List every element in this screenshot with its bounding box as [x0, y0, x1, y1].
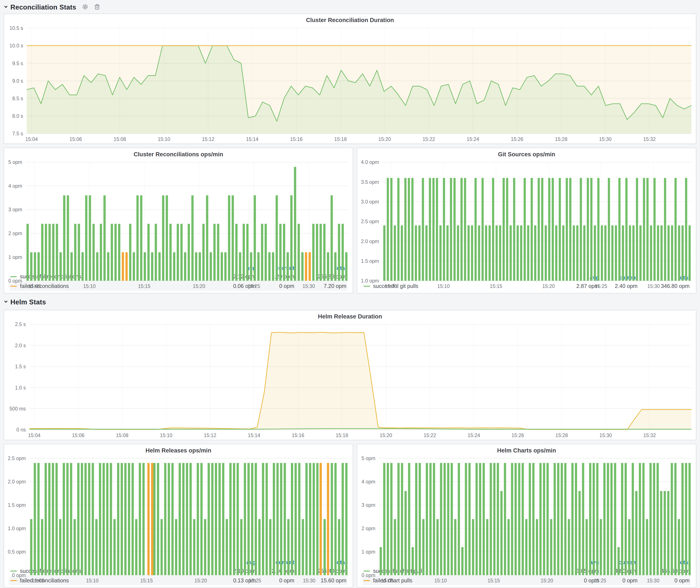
panel-cluster-reconciliations-opm: Cluster Reconciliations ops/min 0 opm1 o… — [4, 148, 353, 294]
svg-text:2.5 opm: 2.5 opm — [361, 219, 379, 224]
svg-text:15:14: 15:14 — [248, 433, 260, 438]
svg-text:5 opm: 5 opm — [361, 456, 375, 461]
svg-text:2 opm: 2 opm — [8, 231, 22, 236]
gear-icon[interactable] — [82, 4, 88, 10]
svg-text:15:18: 15:18 — [334, 136, 347, 142]
svg-text:8.0 s: 8.0 s — [12, 113, 23, 119]
svg-text:15:15: 15:15 — [490, 283, 502, 289]
svg-text:1.5 opm: 1.5 opm — [361, 258, 379, 264]
svg-text:1.0 opm: 1.0 opm — [8, 526, 26, 531]
panel-title[interactable]: Git Sources ops/min — [357, 148, 696, 158]
svg-text:15:12: 15:12 — [204, 433, 216, 438]
svg-text:15:05: 15:05 — [28, 283, 41, 289]
svg-text:15:15: 15:15 — [140, 578, 153, 583]
svg-text:4 opm: 4 opm — [8, 183, 22, 189]
svg-text:0 opm: 0 opm — [12, 572, 26, 578]
svg-text:15:10: 15:10 — [437, 283, 450, 289]
svg-text:15:12: 15:12 — [202, 136, 215, 142]
svg-text:9.5 s: 9.5 s — [12, 61, 23, 66]
chart-svg: 1.0 opm1.5 opm2.0 opm2.5 opm3.0 opm3.5 o… — [357, 158, 696, 291]
svg-text:2.5 s: 2.5 s — [15, 321, 26, 327]
svg-text:2 opm: 2 opm — [361, 526, 375, 531]
helm-charts-chart[interactable]: 0 opm1 opm2 opm3 opm4 opm5 opm15:0515:10… — [357, 455, 696, 558]
panel-title[interactable]: Helm Release Duration — [4, 310, 696, 321]
svg-text:15:08: 15:08 — [116, 433, 129, 438]
svg-text:15:22: 15:22 — [423, 136, 435, 142]
svg-text:4 opm: 4 opm — [361, 479, 375, 485]
svg-text:15:05: 15:05 — [385, 283, 397, 289]
section-header-helm-stats[interactable]: Helm Stats — [4, 293, 696, 310]
svg-text:1.5 opm: 1.5 opm — [8, 502, 26, 508]
svg-text:500 ms: 500 ms — [10, 406, 26, 412]
svg-text:15:15: 15:15 — [138, 283, 151, 289]
svg-text:15:25: 15:25 — [595, 283, 607, 289]
svg-text:15:18: 15:18 — [336, 433, 348, 438]
svg-text:15:06: 15:06 — [72, 433, 85, 438]
svg-text:15:30: 15:30 — [599, 136, 612, 142]
svg-text:15:30: 15:30 — [647, 283, 660, 289]
svg-text:1.5 s: 1.5 s — [15, 364, 26, 369]
svg-text:15:10: 15:10 — [158, 136, 170, 142]
dashboard: Reconciliation Stats Cluster Reconciliat… — [0, 0, 700, 588]
panel-helm-release-duration: Helm Release Duration 0 ns500 ms1.0 s1.5… — [4, 310, 696, 440]
svg-text:2.0 opm: 2.0 opm — [361, 239, 379, 244]
svg-text:1.0 s: 1.0 s — [15, 385, 26, 391]
panel-title[interactable]: Helm Releases ops/min — [4, 444, 353, 455]
chart-svg: 0 opm1 opm2 opm3 opm4 opm5 opm15:0515:10… — [4, 158, 353, 291]
svg-text:15:32: 15:32 — [643, 136, 656, 142]
svg-text:15:28: 15:28 — [555, 433, 568, 438]
chart-svg: 0 opm1 opm2 opm3 opm4 opm5 opm15:0515:10… — [357, 455, 696, 585]
panel-helm-charts-opm: Helm Charts ops/min 0 opm1 opm2 opm3 opm… — [357, 444, 696, 588]
svg-text:9.0 s: 9.0 s — [12, 78, 23, 84]
svg-text:15:20: 15:20 — [378, 136, 391, 142]
svg-text:10.5 s: 10.5 s — [10, 25, 23, 31]
panel-title[interactable]: Helm Charts ops/min — [357, 444, 696, 455]
svg-text:15:32: 15:32 — [643, 433, 656, 438]
svg-text:15:10: 15:10 — [86, 578, 99, 583]
svg-text:2.5 opm: 2.5 opm — [8, 456, 26, 461]
trash-icon[interactable] — [94, 4, 100, 10]
helm-releases-chart[interactable]: 0 opm0.5 opm1.0 opm1.5 opm2.0 opm2.5 opm… — [4, 455, 353, 558]
svg-text:15:25: 15:25 — [594, 578, 606, 583]
svg-text:15:10: 15:10 — [160, 433, 173, 438]
helm-release-duration-chart[interactable]: 0 ns500 ms1.0 s1.5 s2.0 s2.5 s15:0415:06… — [4, 321, 696, 440]
panel-title[interactable]: Cluster Reconciliation Duration — [4, 14, 696, 24]
svg-text:15:20: 15:20 — [195, 578, 207, 583]
svg-text:15:15: 15:15 — [487, 578, 500, 583]
svg-text:15:10: 15:10 — [434, 578, 447, 583]
svg-text:15:20: 15:20 — [541, 578, 553, 583]
svg-text:3.5 opm: 3.5 opm — [361, 179, 379, 185]
svg-text:15:24: 15:24 — [468, 433, 480, 438]
chart-svg: 0 opm0.5 opm1.0 opm1.5 opm2.0 opm2.5 opm… — [4, 455, 353, 585]
svg-text:2.0 opm: 2.0 opm — [8, 479, 26, 485]
svg-text:15:05: 15:05 — [381, 578, 394, 583]
svg-text:1 opm: 1 opm — [8, 254, 22, 260]
svg-text:15:30: 15:30 — [302, 283, 315, 289]
section-title: Reconciliation Stats — [10, 3, 76, 11]
svg-text:15:24: 15:24 — [467, 136, 479, 142]
svg-text:1.0 opm: 1.0 opm — [361, 278, 379, 284]
section-title: Helm Stats — [10, 298, 46, 305]
svg-text:0 opm: 0 opm — [8, 278, 22, 284]
git-sources-chart[interactable]: 1.0 opm1.5 opm2.0 opm2.5 opm3.0 opm3.5 o… — [357, 158, 696, 273]
svg-text:10.0 s: 10.0 s — [10, 43, 23, 48]
svg-text:2.0 s: 2.0 s — [15, 343, 26, 348]
svg-text:15:28: 15:28 — [555, 136, 568, 142]
svg-text:15:25: 15:25 — [249, 578, 261, 583]
svg-text:15:26: 15:26 — [511, 136, 523, 142]
section-header-reconciliation-stats[interactable]: Reconciliation Stats — [4, 0, 696, 14]
cluster-reconciliations-chart[interactable]: 0 opm1 opm2 opm3 opm4 opm5 opm15:0515:10… — [4, 158, 353, 264]
svg-text:15:20: 15:20 — [542, 283, 555, 289]
cluster-reconciliation-duration-chart[interactable]: 7.5 s8.0 s8.5 s9.0 s9.5 s10.0 s10.5 s15:… — [4, 24, 696, 144]
svg-text:15:30: 15:30 — [599, 433, 612, 438]
svg-text:15:10: 15:10 — [83, 283, 96, 289]
svg-text:3 opm: 3 opm — [8, 207, 22, 212]
svg-text:0.5 opm: 0.5 opm — [8, 549, 26, 555]
svg-text:3 opm: 3 opm — [361, 502, 375, 508]
svg-text:15:16: 15:16 — [292, 433, 304, 438]
svg-text:1 opm: 1 opm — [361, 549, 375, 555]
svg-text:3.0 opm: 3.0 opm — [361, 199, 379, 205]
panel-title[interactable]: Cluster Reconciliations ops/min — [4, 148, 353, 158]
svg-text:0 opm: 0 opm — [361, 572, 375, 578]
svg-text:15:16: 15:16 — [290, 136, 303, 142]
